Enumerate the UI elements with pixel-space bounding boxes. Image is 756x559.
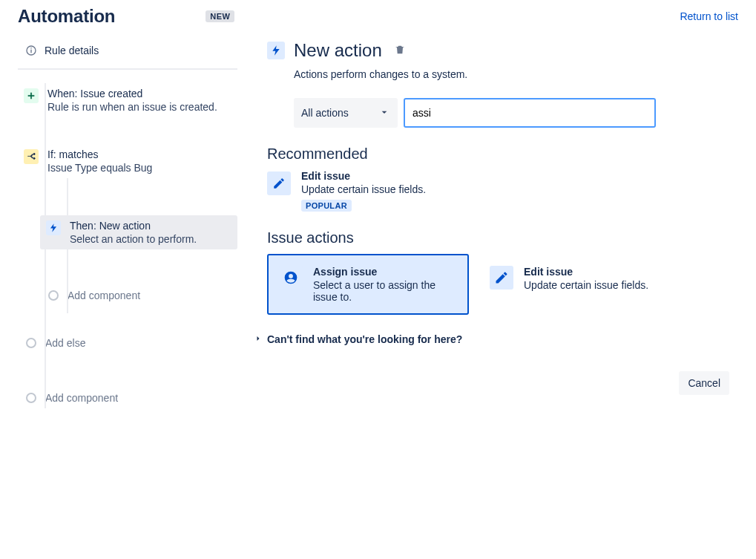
recommended-action[interactable]: Edit issue Update certain issue fields. …	[267, 170, 729, 212]
issue-actions-heading: Issue actions	[267, 229, 729, 246]
action-card-title: Assign issue	[313, 266, 457, 278]
svg-point-3	[33, 153, 35, 154]
add-component-inner-label: Add component	[68, 290, 140, 301]
rule-sidebar: Rule details When: Issue created Rule is…	[18, 36, 237, 408]
bolt-icon	[46, 220, 61, 235]
rule-details-label: Rule details	[45, 45, 99, 56]
add-dot-icon	[26, 393, 36, 403]
add-else[interactable]: Add else	[18, 333, 237, 353]
pencil-icon	[267, 171, 291, 195]
svg-point-4	[33, 157, 35, 159]
action-card-assign-issue[interactable]: Assign issue Select a user to assign the…	[267, 254, 469, 315]
add-dot-icon	[48, 290, 59, 301]
bolt-icon	[267, 42, 285, 59]
trash-icon	[394, 47, 406, 58]
svg-rect-1	[30, 50, 31, 53]
action-node[interactable]: Then: New action Select an action to per…	[40, 215, 237, 249]
page-header: Automation NEW Return to list	[18, 6, 738, 27]
add-dot-icon	[26, 338, 36, 348]
panel-description: Actions perform changes to a system.	[294, 68, 729, 80]
pencil-icon	[490, 266, 513, 290]
recommended-heading: Recommended	[267, 146, 729, 163]
condition-title: If: matches	[47, 148, 152, 160]
action-title: Then: New action	[70, 220, 197, 232]
action-panel: New action Actions perform changes to a …	[237, 36, 738, 408]
popular-badge: POPULAR	[301, 200, 352, 212]
action-category-label: All actions	[301, 107, 349, 119]
svg-rect-2	[30, 48, 31, 48]
page-title: Automation	[18, 6, 115, 27]
action-category-select[interactable]: All actions	[294, 98, 398, 128]
delete-action-button[interactable]	[391, 41, 409, 61]
trigger-title: When: Issue created	[47, 88, 217, 99]
return-to-list-link[interactable]: Return to list	[680, 10, 738, 22]
cant-find-toggle[interactable]: Can't find what you're looking for here?	[254, 333, 729, 346]
cant-find-label: Can't find what you're looking for here?	[267, 333, 462, 345]
action-description: Select an action to perform.	[70, 233, 197, 245]
condition-node[interactable]: If: matches Issue Type equals Bug	[18, 144, 237, 313]
user-circle-icon	[279, 266, 303, 290]
add-component-inner[interactable]: Add component	[40, 285, 237, 306]
recommended-description: Update certain issue fields.	[301, 183, 426, 195]
trigger-node[interactable]: When: Issue created Rule is run when an …	[18, 83, 237, 117]
add-component-outer-label: Add component	[45, 392, 118, 404]
plus-icon	[24, 88, 39, 103]
branch-icon	[24, 149, 39, 164]
panel-title: New action	[294, 40, 382, 61]
cancel-button[interactable]: Cancel	[679, 371, 729, 395]
action-card-description: Update certain issue fields.	[524, 279, 648, 291]
trigger-description: Rule is run when an issue is created.	[47, 101, 217, 113]
action-card-edit-issue[interactable]: Edit issue Update certain issue fields.	[478, 254, 680, 315]
new-badge: NEW	[206, 10, 234, 22]
add-else-label: Add else	[45, 337, 85, 349]
chevron-down-icon	[378, 106, 390, 120]
action-card-description: Select a user to assign the issue to.	[313, 279, 457, 303]
action-card-title: Edit issue	[524, 266, 648, 278]
recommended-title: Edit issue	[301, 170, 426, 182]
add-component-outer[interactable]: Add component	[18, 388, 237, 408]
condition-description: Issue Type equals Bug	[47, 162, 152, 174]
action-search-input[interactable]	[404, 98, 656, 128]
rule-details-link[interactable]: Rule details	[18, 36, 237, 70]
info-icon	[25, 45, 37, 56]
chevron-right-icon	[254, 333, 263, 346]
